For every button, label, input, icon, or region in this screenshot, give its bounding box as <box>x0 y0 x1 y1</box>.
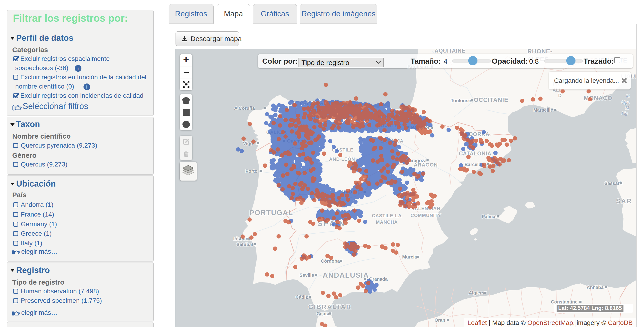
svg-text:GIBRALTAR: GIBRALTAR <box>308 303 352 310</box>
svg-text:D: D <box>558 93 562 98</box>
svg-text:COMMUNITY: COMMUNITY <box>410 213 441 218</box>
svg-text:MANCHA: MANCHA <box>376 220 398 224</box>
svg-text:Seville: Seville <box>300 272 314 278</box>
svg-text:Ligu: Ligu <box>622 100 630 105</box>
svg-text:Marseille: Marseille <box>533 108 553 112</box>
svg-text:MONACO: MONACO <box>584 94 612 102</box>
svg-text:SAR: SAR <box>616 198 632 204</box>
svg-text:Ceuta: Ceuta <box>316 311 330 316</box>
svg-text:Cádiz: Cádiz <box>296 294 308 300</box>
svg-text:Murcia: Murcia <box>402 254 417 260</box>
svg-text:M: M <box>625 106 629 110</box>
svg-text:CASTILE-LA: CASTILE-LA <box>372 213 402 218</box>
svg-text:ANDALUSIA: ANDALUSIA <box>323 271 369 279</box>
svg-text:Palma: Palma <box>482 214 496 219</box>
svg-text:AQUITAINE: AQUITAINE <box>434 49 466 54</box>
svg-text:Porto: Porto <box>246 168 258 174</box>
svg-text:PORTUGAL: PORTUGAL <box>249 209 293 217</box>
svg-text:Algiers: Algiers <box>469 290 484 296</box>
svg-text:CATALONIA: CATALONIA <box>459 150 491 156</box>
svg-text:Lig: Lig <box>622 111 628 116</box>
svg-text:Setúbal: Setúbal <box>236 242 253 247</box>
svg-text:Oran: Oran <box>434 318 446 322</box>
svg-text:A Coruña: A Coruña <box>234 106 255 111</box>
svg-text:M: M <box>626 94 630 98</box>
svg-text:Toulouse: Toulouse <box>451 98 471 103</box>
svg-text:OCCITANIE: OCCITANIE <box>474 96 508 103</box>
svg-text:Annaba: Annaba <box>586 285 604 290</box>
svg-text:Sassari: Sassari <box>604 181 621 186</box>
